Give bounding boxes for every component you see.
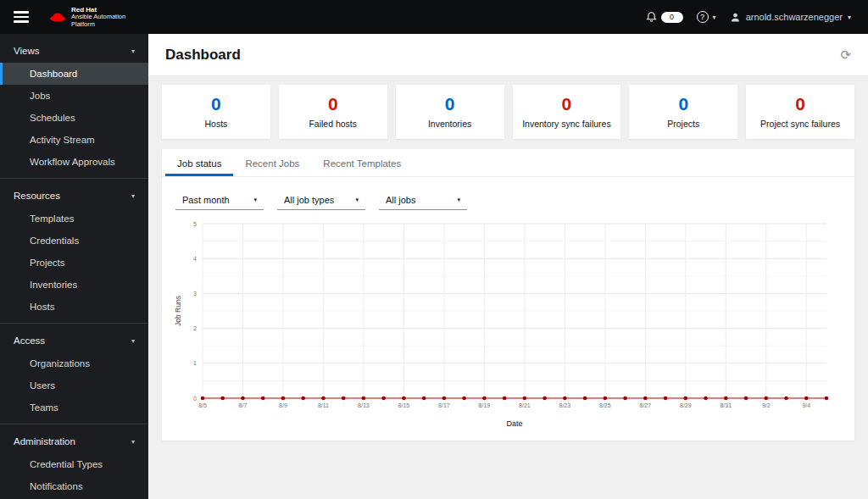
data-point[interactable]: [604, 396, 608, 401]
data-point[interactable]: [241, 396, 245, 401]
sidebar-section-resources: Resources▾TemplatesCredentialsProjectsIn…: [0, 178, 148, 323]
sidebar-item-notifications[interactable]: Notifications: [0, 475, 148, 497]
data-point[interactable]: [825, 396, 829, 401]
sidebar-item-templates[interactable]: Templates: [0, 208, 148, 230]
svg-text:8/27: 8/27: [640, 402, 652, 408]
notification-count-badge[interactable]: 0: [661, 12, 683, 23]
svg-text:4: 4: [193, 256, 197, 262]
svg-text:8/13: 8/13: [358, 402, 370, 408]
stat-card-inventory-sync-failures[interactable]: 0Inventory sync failures: [513, 85, 621, 139]
data-point[interactable]: [804, 396, 809, 401]
chevron-down-icon: ▾: [131, 337, 135, 345]
tab-recent-templates[interactable]: Recent Templates: [311, 149, 413, 176]
data-point[interactable]: [503, 396, 507, 401]
sidebar-item-projects[interactable]: Projects: [0, 252, 148, 274]
sidebar-item-credentials[interactable]: Credentials: [0, 230, 148, 252]
stat-card-project-sync-failures[interactable]: 0Project sync failures: [746, 85, 854, 139]
tab-job-status[interactable]: Job status: [165, 149, 233, 176]
data-point[interactable]: [381, 396, 386, 401]
data-point[interactable]: [442, 396, 447, 401]
svg-text:9/2: 9/2: [762, 402, 771, 408]
data-point[interactable]: [301, 396, 305, 401]
stat-card-failed-hosts[interactable]: 0Failed hosts: [279, 85, 387, 139]
user-menu[interactable]: arnold.schwarzenegger ▾: [730, 12, 851, 23]
svg-text:8/5: 8/5: [198, 402, 207, 408]
sidebar-item-workflow-approvals[interactable]: Workflow Approvals: [0, 151, 148, 173]
data-point[interactable]: [764, 396, 768, 401]
data-point[interactable]: [342, 396, 346, 401]
stat-card-inventories[interactable]: 0Inventories: [396, 85, 504, 139]
data-point[interactable]: [724, 396, 728, 401]
help-menu[interactable]: ? ▾: [697, 11, 716, 23]
job-runs-chart-svg: 0123458/58/78/98/118/138/158/178/198/218…: [172, 217, 833, 430]
sidebar-item-teams[interactable]: Teams: [0, 396, 148, 419]
data-point[interactable]: [684, 396, 688, 401]
svg-text:8/19: 8/19: [479, 402, 491, 408]
refresh-icon[interactable]: ⟳: [840, 47, 851, 63]
data-point[interactable]: [402, 396, 406, 401]
data-point[interactable]: [362, 396, 366, 401]
stat-card-label: Failed hosts: [309, 119, 357, 129]
sidebar-item-hosts[interactable]: Hosts: [0, 296, 148, 318]
data-point[interactable]: [422, 396, 426, 401]
data-point[interactable]: [201, 396, 205, 401]
sidebar-item-credential-types[interactable]: Credential Types: [0, 453, 148, 475]
filter-all-job-types[interactable]: All job types▾: [277, 191, 365, 210]
sidebar-section-header-resources[interactable]: Resources▾: [0, 183, 148, 208]
help-icon[interactable]: ?: [697, 11, 709, 23]
svg-text:Job Runs: Job Runs: [174, 296, 182, 326]
logo-product-name-2: Platform: [71, 21, 125, 29]
data-point[interactable]: [784, 396, 788, 401]
notifications-bell-icon[interactable]: [646, 11, 657, 23]
data-point[interactable]: [664, 396, 668, 401]
data-point[interactable]: [623, 396, 627, 401]
filter-all-jobs[interactable]: All jobs▾: [379, 191, 467, 210]
filter-past-month[interactable]: Past month▾: [175, 191, 264, 210]
stat-card-hosts[interactable]: 0Hosts: [162, 85, 270, 139]
data-point[interactable]: [462, 396, 466, 401]
stat-card-projects[interactable]: 0Projects: [629, 85, 737, 139]
svg-text:3: 3: [193, 291, 197, 297]
sidebar-item-schedules[interactable]: Schedules: [0, 107, 148, 129]
sidebar-item-jobs[interactable]: Jobs: [0, 85, 148, 107]
sidebar-item-dashboard[interactable]: Dashboard: [0, 63, 148, 85]
data-point[interactable]: [643, 396, 648, 401]
data-point[interactable]: [563, 396, 567, 401]
chevron-down-icon: ▾: [131, 438, 135, 446]
sidebar-section-header-administration[interactable]: Administration▾: [0, 429, 148, 453]
hamburger-menu-icon[interactable]: [14, 8, 29, 25]
data-point[interactable]: [744, 396, 748, 401]
filter-value: Past month: [182, 195, 230, 205]
data-point[interactable]: [261, 396, 265, 401]
svg-text:5: 5: [193, 221, 197, 227]
data-point[interactable]: [542, 396, 547, 401]
sidebar-item-organizations[interactable]: Organizations: [0, 352, 148, 374]
data-point[interactable]: [704, 396, 708, 401]
svg-text:8/31: 8/31: [720, 402, 732, 408]
sidebar-item-users[interactable]: Users: [0, 374, 148, 396]
data-point[interactable]: [321, 396, 326, 401]
user-avatar-icon: [730, 12, 741, 23]
data-point[interactable]: [281, 396, 286, 401]
svg-text:8/21: 8/21: [519, 402, 531, 408]
sidebar-item-activity-stream[interactable]: Activity Stream: [0, 129, 148, 151]
data-point[interactable]: [220, 396, 225, 401]
sidebar-item-inventories[interactable]: Inventories: [0, 274, 148, 296]
stat-card-value: 0: [795, 95, 805, 113]
sidebar-section-label: Resources: [14, 191, 60, 201]
data-point[interactable]: [583, 396, 587, 401]
stat-card-label: Project sync failures: [760, 119, 840, 129]
sidebar-section-header-views[interactable]: Views▾: [0, 38, 148, 63]
data-point[interactable]: [482, 396, 487, 401]
data-point[interactable]: [523, 396, 527, 401]
summary-cards-row: 0Hosts0Failed hosts0Inventories0Inventor…: [162, 85, 854, 139]
chevron-down-icon: ▾: [457, 197, 460, 203]
svg-text:1: 1: [193, 360, 197, 366]
sidebar-section-header-access[interactable]: Access▾: [0, 328, 148, 352]
page-header: Dashboard ⟳: [148, 34, 868, 76]
stat-card-value: 0: [211, 95, 221, 113]
tab-recent-jobs[interactable]: Recent Jobs: [233, 149, 311, 176]
chevron-down-icon: ▾: [131, 47, 135, 55]
stat-card-label: Hosts: [204, 119, 227, 129]
sidebar-navigation: Views▾DashboardJobsSchedulesActivity Str…: [0, 34, 148, 499]
